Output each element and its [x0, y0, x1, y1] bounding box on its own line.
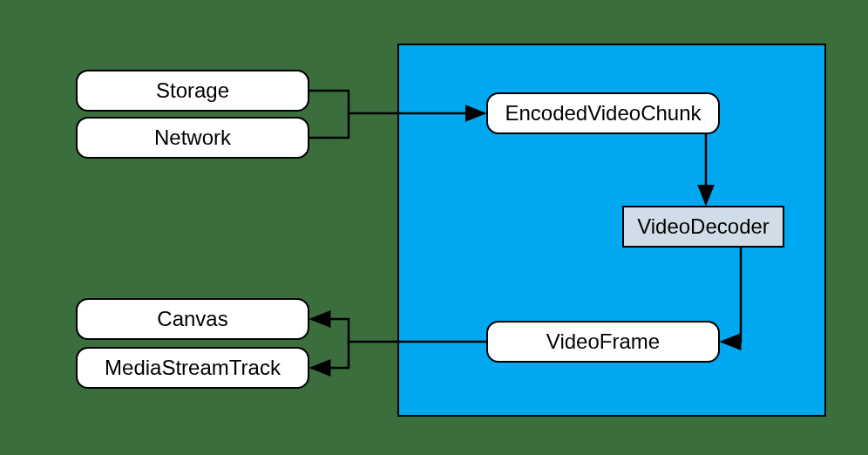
node-media-stream-track-label: MediaStreamTrack: [105, 356, 281, 380]
node-encoded-video-chunk: EncodedVideoChunk: [486, 92, 720, 134]
node-network: Network: [76, 117, 309, 159]
node-media-stream-track: MediaStreamTrack: [76, 347, 309, 389]
node-canvas: Canvas: [76, 298, 309, 340]
arrow-videoframe-to-mst: [311, 342, 349, 368]
node-video-decoder-label: VideoDecoder: [637, 214, 770, 239]
node-video-frame: VideoFrame: [486, 321, 720, 363]
node-storage: Storage: [76, 70, 309, 112]
node-video-decoder: VideoDecoder: [622, 206, 784, 248]
node-storage-label: Storage: [156, 78, 229, 103]
node-network-label: Network: [154, 126, 231, 150]
node-video-frame-label: VideoFrame: [546, 329, 660, 354]
node-encoded-video-chunk-label: EncodedVideoChunk: [505, 101, 701, 126]
node-canvas-label: Canvas: [157, 307, 227, 331]
